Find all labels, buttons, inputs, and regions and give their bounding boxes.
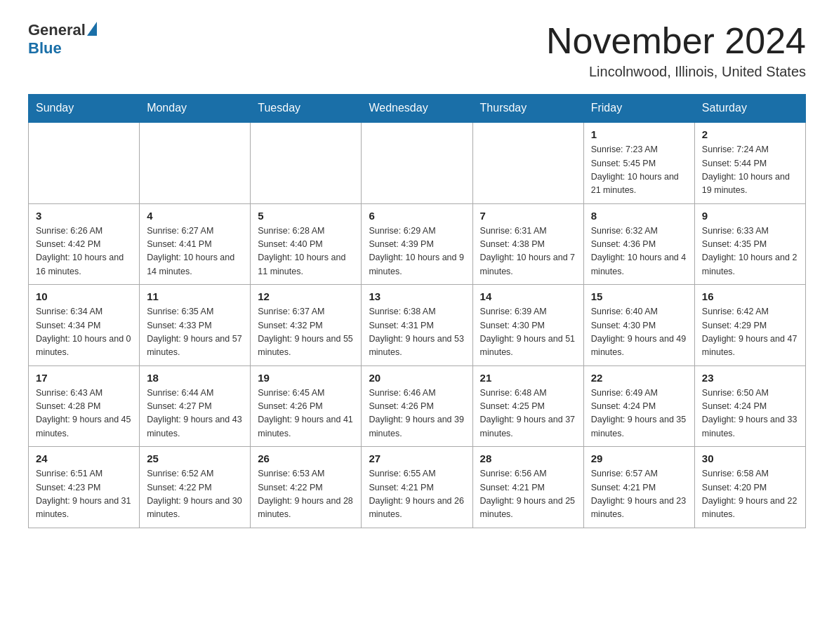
- day-number: 9: [702, 210, 798, 222]
- calendar-cell: 7Sunrise: 6:31 AM Sunset: 4:38 PM Daylig…: [472, 203, 583, 285]
- day-info: Sunrise: 6:56 AM Sunset: 4:21 PM Dayligh…: [480, 467, 576, 522]
- calendar-cell: 5Sunrise: 6:28 AM Sunset: 4:40 PM Daylig…: [251, 203, 362, 285]
- day-info: Sunrise: 6:35 AM Sunset: 4:33 PM Dayligh…: [147, 305, 243, 360]
- calendar-cell: 9Sunrise: 6:33 AM Sunset: 4:35 PM Daylig…: [694, 203, 805, 285]
- day-number: 24: [36, 452, 132, 464]
- calendar-cell: 11Sunrise: 6:35 AM Sunset: 4:33 PM Dayli…: [140, 285, 251, 366]
- day-number: 7: [480, 210, 576, 222]
- day-number: 25: [147, 452, 243, 464]
- day-number: 11: [147, 290, 243, 302]
- day-info: Sunrise: 7:23 AM Sunset: 5:45 PM Dayligh…: [591, 143, 687, 198]
- calendar-cell: 10Sunrise: 6:34 AM Sunset: 4:34 PM Dayli…: [29, 285, 140, 366]
- day-number: 22: [591, 372, 687, 384]
- calendar-cell: 2Sunrise: 7:24 AM Sunset: 5:44 PM Daylig…: [694, 122, 805, 203]
- week-row-1: 1Sunrise: 7:23 AM Sunset: 5:45 PM Daylig…: [29, 122, 806, 203]
- day-info: Sunrise: 6:43 AM Sunset: 4:28 PM Dayligh…: [36, 387, 132, 441]
- day-info: Sunrise: 6:32 AM Sunset: 4:36 PM Dayligh…: [591, 224, 687, 279]
- weekday-header-tuesday: Tuesday: [251, 95, 362, 123]
- week-row-4: 17Sunrise: 6:43 AM Sunset: 4:28 PM Dayli…: [29, 365, 806, 447]
- day-info: Sunrise: 6:48 AM Sunset: 4:25 PM Dayligh…: [480, 387, 576, 441]
- day-info: Sunrise: 6:44 AM Sunset: 4:27 PM Dayligh…: [147, 387, 243, 441]
- day-info: Sunrise: 6:45 AM Sunset: 4:26 PM Dayligh…: [258, 387, 354, 441]
- day-number: 27: [369, 452, 465, 464]
- calendar-cell: 1Sunrise: 7:23 AM Sunset: 5:45 PM Daylig…: [583, 122, 694, 203]
- calendar-cell: 12Sunrise: 6:37 AM Sunset: 4:32 PM Dayli…: [251, 285, 362, 366]
- day-number: 19: [258, 372, 354, 384]
- calendar-cell: 18Sunrise: 6:44 AM Sunset: 4:27 PM Dayli…: [140, 365, 251, 447]
- weekday-header-row: SundayMondayTuesdayWednesdayThursdayFrid…: [29, 95, 806, 123]
- day-info: Sunrise: 6:46 AM Sunset: 4:26 PM Dayligh…: [369, 387, 465, 441]
- weekday-header-wednesday: Wednesday: [362, 95, 472, 123]
- calendar-cell: 14Sunrise: 6:39 AM Sunset: 4:30 PM Dayli…: [472, 285, 583, 366]
- day-info: Sunrise: 6:37 AM Sunset: 4:32 PM Dayligh…: [258, 305, 354, 360]
- day-number: 26: [258, 452, 354, 464]
- weekday-header-saturday: Saturday: [694, 95, 805, 123]
- page-header: General Blue November 2024 Lincolnwood, …: [28, 21, 806, 80]
- day-info: Sunrise: 6:38 AM Sunset: 4:31 PM Dayligh…: [369, 305, 465, 360]
- calendar-cell: 3Sunrise: 6:26 AM Sunset: 4:42 PM Daylig…: [29, 203, 140, 285]
- day-number: 17: [36, 372, 132, 384]
- day-number: 21: [480, 372, 576, 384]
- calendar-cell: 24Sunrise: 6:51 AM Sunset: 4:23 PM Dayli…: [29, 447, 140, 528]
- day-info: Sunrise: 6:26 AM Sunset: 4:42 PM Dayligh…: [36, 224, 132, 279]
- day-info: Sunrise: 6:51 AM Sunset: 4:23 PM Dayligh…: [36, 467, 132, 522]
- calendar-cell: 28Sunrise: 6:56 AM Sunset: 4:21 PM Dayli…: [472, 447, 583, 528]
- day-number: 20: [369, 372, 465, 384]
- calendar-cell: 30Sunrise: 6:58 AM Sunset: 4:20 PM Dayli…: [694, 447, 805, 528]
- weekday-header-monday: Monday: [140, 95, 251, 123]
- weekday-header-sunday: Sunday: [29, 95, 140, 123]
- day-number: 12: [258, 290, 354, 302]
- day-info: Sunrise: 6:53 AM Sunset: 4:22 PM Dayligh…: [258, 467, 354, 522]
- day-number: 15: [591, 290, 687, 302]
- day-number: 6: [369, 210, 465, 222]
- day-info: Sunrise: 6:52 AM Sunset: 4:22 PM Dayligh…: [147, 467, 243, 522]
- calendar-cell: 20Sunrise: 6:46 AM Sunset: 4:26 PM Dayli…: [362, 365, 472, 447]
- day-info: Sunrise: 6:29 AM Sunset: 4:39 PM Dayligh…: [369, 224, 465, 279]
- calendar-cell: 13Sunrise: 6:38 AM Sunset: 4:31 PM Dayli…: [362, 285, 472, 366]
- calendar-cell: 21Sunrise: 6:48 AM Sunset: 4:25 PM Dayli…: [472, 365, 583, 447]
- day-info: Sunrise: 6:33 AM Sunset: 4:35 PM Dayligh…: [702, 224, 798, 279]
- day-info: Sunrise: 6:42 AM Sunset: 4:29 PM Dayligh…: [702, 305, 798, 360]
- day-info: Sunrise: 6:34 AM Sunset: 4:34 PM Dayligh…: [36, 305, 132, 360]
- title-section: November 2024 Lincolnwood, Illinois, Uni…: [546, 21, 806, 80]
- calendar-cell: 26Sunrise: 6:53 AM Sunset: 4:22 PM Dayli…: [251, 447, 362, 528]
- calendar-cell: 15Sunrise: 6:40 AM Sunset: 4:30 PM Dayli…: [583, 285, 694, 366]
- calendar-cell: 27Sunrise: 6:55 AM Sunset: 4:21 PM Dayli…: [362, 447, 472, 528]
- calendar-cell: 23Sunrise: 6:50 AM Sunset: 4:24 PM Dayli…: [694, 365, 805, 447]
- logo: General Blue: [28, 21, 97, 58]
- calendar-cell: 6Sunrise: 6:29 AM Sunset: 4:39 PM Daylig…: [362, 203, 472, 285]
- week-row-5: 24Sunrise: 6:51 AM Sunset: 4:23 PM Dayli…: [29, 447, 806, 528]
- calendar-cell: 4Sunrise: 6:27 AM Sunset: 4:41 PM Daylig…: [140, 203, 251, 285]
- day-number: 14: [480, 290, 576, 302]
- day-number: 23: [702, 372, 798, 384]
- day-info: Sunrise: 6:28 AM Sunset: 4:40 PM Dayligh…: [258, 224, 354, 279]
- day-number: 8: [591, 210, 687, 222]
- calendar-cell: 8Sunrise: 6:32 AM Sunset: 4:36 PM Daylig…: [583, 203, 694, 285]
- calendar-cell: 17Sunrise: 6:43 AM Sunset: 4:28 PM Dayli…: [29, 365, 140, 447]
- calendar-cell: [251, 122, 362, 203]
- day-number: 29: [591, 452, 687, 464]
- week-row-3: 10Sunrise: 6:34 AM Sunset: 4:34 PM Dayli…: [29, 285, 806, 366]
- day-number: 28: [480, 452, 576, 464]
- day-number: 5: [258, 210, 354, 222]
- calendar-cell: 19Sunrise: 6:45 AM Sunset: 4:26 PM Dayli…: [251, 365, 362, 447]
- day-info: Sunrise: 6:50 AM Sunset: 4:24 PM Dayligh…: [702, 387, 798, 441]
- day-info: Sunrise: 6:55 AM Sunset: 4:21 PM Dayligh…: [369, 467, 465, 522]
- weekday-header-thursday: Thursday: [472, 95, 583, 123]
- weekday-header-friday: Friday: [583, 95, 694, 123]
- calendar-cell: [29, 122, 140, 203]
- calendar-cell: 16Sunrise: 6:42 AM Sunset: 4:29 PM Dayli…: [694, 285, 805, 366]
- calendar-cell: 25Sunrise: 6:52 AM Sunset: 4:22 PM Dayli…: [140, 447, 251, 528]
- calendar-cell: 22Sunrise: 6:49 AM Sunset: 4:24 PM Dayli…: [583, 365, 694, 447]
- logo-general-text: General: [28, 21, 86, 39]
- day-number: 16: [702, 290, 798, 302]
- day-number: 13: [369, 290, 465, 302]
- logo-blue-text: Blue: [28, 39, 62, 58]
- day-number: 4: [147, 210, 243, 222]
- day-info: Sunrise: 6:58 AM Sunset: 4:20 PM Dayligh…: [702, 467, 798, 522]
- calendar-title: November 2024: [546, 21, 806, 61]
- logo-triangle-icon: [87, 22, 97, 36]
- day-number: 3: [36, 210, 132, 222]
- day-info: Sunrise: 6:39 AM Sunset: 4:30 PM Dayligh…: [480, 305, 576, 360]
- day-number: 1: [591, 128, 687, 140]
